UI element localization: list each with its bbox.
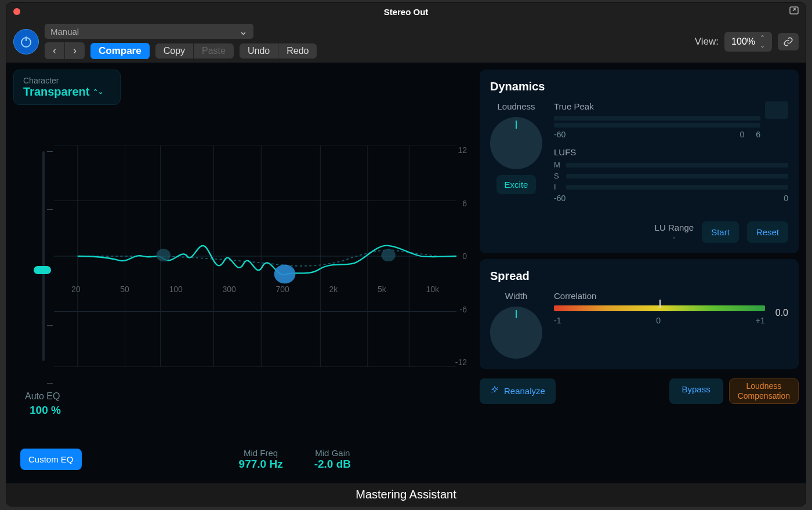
- true-peak-meter-2: [554, 123, 760, 128]
- eq-node-low[interactable]: [157, 249, 171, 261]
- window-expand-icon[interactable]: [789, 6, 799, 17]
- right-column: Dynamics Loudness Excite True Peak: [480, 70, 799, 476]
- mid-freq-label: Mid Freq: [239, 448, 283, 458]
- character-selector[interactable]: Character Transparent ⌃⌄: [13, 70, 121, 105]
- true-peak-meter: [554, 116, 760, 121]
- reset-button[interactable]: Reset: [747, 221, 788, 243]
- window-title: Stereo Out: [384, 7, 429, 17]
- next-preset-button[interactable]: ›: [65, 42, 85, 59]
- plugin-window: Stereo Out Manual ⌄ ‹ › Compare Copy Pas…: [6, 2, 806, 507]
- preset-label: Manual: [50, 27, 79, 37]
- redo-button[interactable]: Redo: [278, 43, 317, 59]
- auto-eq-value: 100 %: [30, 404, 61, 417]
- compare-button[interactable]: Compare: [90, 43, 150, 59]
- close-window-button[interactable]: [13, 8, 20, 15]
- copy-button[interactable]: Copy: [155, 43, 194, 59]
- spread-panel: Spread Width Correlation: [480, 259, 799, 369]
- chevron-down-icon: ⌄: [239, 25, 248, 38]
- lu-range-value: -: [655, 232, 694, 242]
- loudness-label: Loudness: [497, 101, 535, 111]
- excite-button[interactable]: Excite: [496, 175, 536, 194]
- lufs-label: LUFS: [554, 147, 788, 157]
- eq-params-row: Custom EQ Mid Freq 977.0 Hz Mid Gain -2.…: [13, 442, 474, 476]
- loudness-knob[interactable]: [490, 117, 542, 169]
- power-button[interactable]: [13, 29, 39, 54]
- true-peak-readout: [765, 101, 788, 119]
- bypass-button[interactable]: Bypass: [669, 378, 723, 404]
- eq-graph[interactable]: [54, 145, 456, 367]
- eq-y-axis: 1260-6-12: [455, 145, 467, 367]
- plugin-name: Mastering Assistant: [6, 483, 806, 506]
- eq-node-high[interactable]: [381, 249, 395, 261]
- titlebar: Stereo Out: [6, 3, 806, 20]
- link-button[interactable]: [778, 33, 799, 50]
- lufs-s-meter: [566, 174, 788, 178]
- character-label: Character: [23, 76, 111, 85]
- eq-x-axis: 20501003007002k5k10k: [71, 285, 439, 294]
- correlation-label: Correlation: [554, 291, 788, 301]
- width-knob[interactable]: [490, 307, 542, 359]
- custom-eq-button[interactable]: Custom EQ: [20, 449, 82, 470]
- character-value: Transparent: [23, 85, 89, 99]
- start-button[interactable]: Start: [702, 221, 739, 243]
- svg-point-16: [497, 387, 498, 388]
- lufs-i-meter: [566, 185, 788, 190]
- mid-gain-label: Mid Gain: [314, 448, 351, 458]
- width-label: Width: [505, 291, 527, 301]
- preset-selector[interactable]: Manual ⌄: [45, 24, 253, 39]
- correlation-pointer: [659, 300, 661, 308]
- paste-button[interactable]: Paste: [194, 43, 234, 59]
- updown-icon: ⌃⌄: [93, 88, 103, 96]
- svg-point-17: [492, 392, 492, 393]
- auto-eq-slider-thumb[interactable]: [34, 266, 51, 274]
- main-content: Character Transparent ⌃⌄: [6, 63, 806, 483]
- dynamics-title: Dynamics: [490, 80, 788, 93]
- eq-node-mid[interactable]: [274, 265, 296, 284]
- auto-eq-slider[interactable]: [42, 151, 45, 361]
- lu-range-label: LU Range: [655, 223, 694, 232]
- correlation-meter: [554, 305, 765, 311]
- loudness-compensation-button[interactable]: Loudness Compensation: [729, 378, 799, 404]
- true-peak-label: True Peak: [554, 101, 760, 111]
- correlation-value: 0.0: [775, 308, 788, 318]
- eq-section: Character Transparent ⌃⌄: [13, 70, 474, 476]
- prev-preset-button[interactable]: ‹: [45, 42, 65, 59]
- undo-button[interactable]: Undo: [240, 43, 278, 59]
- sparkle-icon: [490, 385, 499, 396]
- updown-icon: ⌃⌄: [760, 34, 765, 49]
- mid-gain-value[interactable]: -2.0 dB: [314, 458, 351, 471]
- spread-title: Spread: [490, 269, 788, 283]
- footer-buttons: Reanalyze Bypass Loudness Compensation: [480, 375, 799, 407]
- auto-eq-label: Auto EQ: [25, 391, 60, 402]
- view-zoom-selector[interactable]: 100% ⌃⌄: [724, 32, 772, 52]
- mid-freq-value[interactable]: 977.0 Hz: [239, 458, 283, 471]
- view-label: View:: [695, 36, 719, 48]
- toolbar: Manual ⌄ ‹ › Compare Copy Paste Undo Red…: [6, 20, 806, 63]
- eq-area: 1260-6-12 20501003007002k5k10k Auto EQ 1…: [13, 111, 474, 436]
- lufs-m-meter: [566, 163, 788, 167]
- reanalyze-button[interactable]: Reanalyze: [480, 378, 556, 404]
- dynamics-panel: Dynamics Loudness Excite True Peak: [480, 70, 799, 253]
